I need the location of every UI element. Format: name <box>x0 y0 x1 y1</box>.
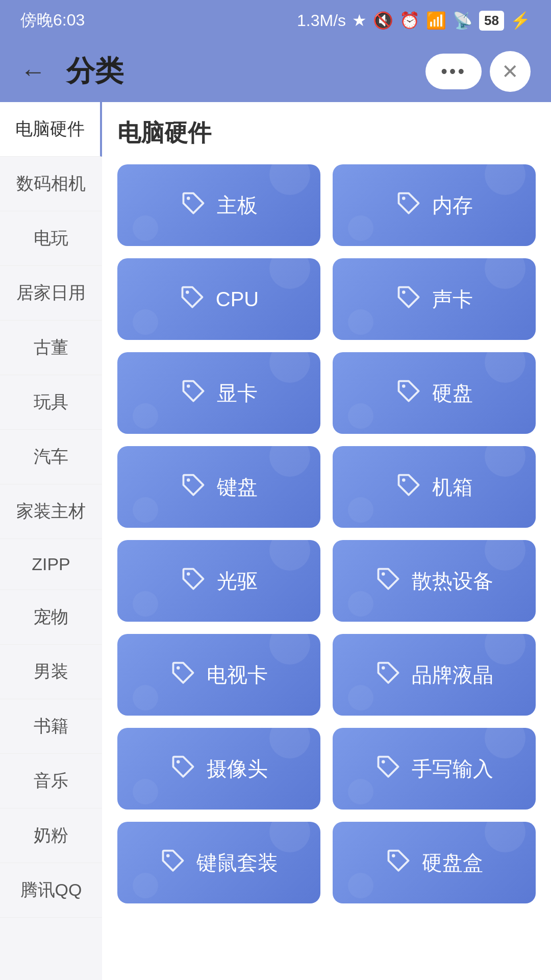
close-button[interactable]: ✕ <box>490 51 531 92</box>
category-button-ram[interactable]: 内存 <box>333 164 536 246</box>
svg-point-0 <box>187 197 190 200</box>
content-area: 电脑硬件 主板 内存 CPU 声卡 <box>102 102 551 980</box>
category-label: 内存 <box>432 191 473 219</box>
category-label: 主板 <box>217 191 258 219</box>
category-button-hdd[interactable]: 硬盘 <box>333 352 536 434</box>
category-button-case[interactable]: 机箱 <box>333 446 536 528</box>
tag-icon <box>170 658 196 691</box>
tag-icon <box>375 565 402 597</box>
category-button-hddbox[interactable]: 硬盘盒 <box>333 822 536 903</box>
tag-icon <box>395 471 422 503</box>
category-label: 键盘 <box>217 473 258 501</box>
tag-icon <box>375 752 402 785</box>
tag-icon <box>180 471 207 503</box>
status-time: 傍晚6:03 <box>20 9 85 32</box>
category-label: 硬盘 <box>432 379 473 407</box>
sidebar-item-books[interactable]: 书籍 <box>0 699 102 754</box>
sidebar-item-milk[interactable]: 奶粉 <box>0 808 102 863</box>
category-button-optical[interactable]: 光驱 <box>117 540 320 622</box>
tag-icon <box>395 377 422 409</box>
network-speed: 1.3M/s <box>297 11 346 30</box>
tag-icon <box>170 752 196 785</box>
bluetooth-icon: ★ <box>352 11 367 30</box>
menu-button[interactable]: ••• <box>425 54 482 89</box>
wifi-icon: 📡 <box>453 11 473 30</box>
category-label: 键鼠套装 <box>196 849 278 877</box>
sidebar-item-tencent[interactable]: 腾讯QQ <box>0 863 102 918</box>
category-button-cooling[interactable]: 散热设备 <box>333 540 536 622</box>
category-label: 显卡 <box>217 379 258 407</box>
status-right: 1.3M/s ★ 🔇 ⏰ 📶 📡 58 ⚡ <box>297 11 531 31</box>
category-button-tvcard[interactable]: 电视卡 <box>117 634 320 716</box>
sidebar-item-camera[interactable]: 数码相机 <box>0 157 102 211</box>
category-label: 手写输入 <box>412 755 493 783</box>
category-button-soundcard[interactable]: 声卡 <box>333 258 536 340</box>
tag-icon <box>375 658 402 691</box>
svg-point-9 <box>382 572 385 576</box>
header-actions: ••• ✕ <box>425 51 531 92</box>
category-label: 散热设备 <box>412 567 493 595</box>
svg-point-1 <box>402 197 406 200</box>
tag-icon <box>180 189 207 222</box>
tag-icon <box>180 565 207 597</box>
tag-icon <box>179 283 206 315</box>
category-button-handwrite[interactable]: 手写输入 <box>333 728 536 810</box>
sidebar-item-music[interactable]: 音乐 <box>0 754 102 808</box>
category-label: 光驱 <box>217 567 258 595</box>
tag-icon <box>395 283 422 315</box>
category-button-lcd[interactable]: 品牌液晶 <box>333 634 536 716</box>
back-button[interactable]: ← <box>20 57 46 86</box>
tag-icon <box>395 189 422 222</box>
svg-point-2 <box>186 290 189 294</box>
svg-point-13 <box>382 760 385 764</box>
sidebar-item-gaming[interactable]: 电玩 <box>0 211 102 266</box>
tag-icon <box>180 377 207 409</box>
svg-point-15 <box>392 854 395 857</box>
sidebar-item-toys[interactable]: 玩具 <box>0 375 102 430</box>
svg-point-8 <box>187 572 190 576</box>
battery-indicator: 58 <box>479 11 504 31</box>
svg-point-14 <box>166 854 170 857</box>
category-button-motherboard[interactable]: 主板 <box>117 164 320 246</box>
status-bar: 傍晚6:03 1.3M/s ★ 🔇 ⏰ 📶 📡 58 ⚡ <box>0 0 551 41</box>
svg-point-6 <box>187 478 190 482</box>
page-title: 分类 <box>66 52 405 91</box>
category-button-keyboard[interactable]: 键盘 <box>117 446 320 528</box>
content-title: 电脑硬件 <box>117 117 536 149</box>
header: ← 分类 ••• ✕ <box>0 41 551 102</box>
svg-point-3 <box>402 290 406 294</box>
sidebar: 电脑硬件数码相机电玩居家日用古董玩具汽车家装主材ZIPP宠物男装书籍音乐奶粉腾讯… <box>0 102 102 980</box>
category-label: CPU <box>216 288 259 311</box>
sidebar-item-zipp[interactable]: ZIPP <box>0 539 102 590</box>
category-label: 摄像头 <box>207 755 268 783</box>
tag-icon <box>385 846 412 879</box>
svg-point-7 <box>402 478 406 482</box>
sidebar-item-home[interactable]: 居家日用 <box>0 266 102 321</box>
category-button-gpu[interactable]: 显卡 <box>117 352 320 434</box>
category-grid: 主板 内存 CPU 声卡 显卡 <box>117 164 536 903</box>
category-button-cpu[interactable]: CPU <box>117 258 320 340</box>
category-label: 声卡 <box>432 285 473 313</box>
svg-point-5 <box>402 384 406 388</box>
mute-icon: 🔇 <box>373 11 393 30</box>
svg-point-4 <box>187 384 190 388</box>
sidebar-item-pc-hardware[interactable]: 电脑硬件 <box>0 102 102 157</box>
sidebar-item-pet[interactable]: 宠物 <box>0 590 102 645</box>
alarm-icon: ⏰ <box>399 11 420 30</box>
category-button-kbmouse[interactable]: 键鼠套装 <box>117 822 320 903</box>
svg-point-11 <box>382 666 385 670</box>
signal-icon: 📶 <box>426 11 446 30</box>
charging-icon: ⚡ <box>510 11 531 30</box>
svg-point-10 <box>177 666 180 670</box>
tag-icon <box>160 846 186 879</box>
sidebar-item-car[interactable]: 汽车 <box>0 430 102 484</box>
sidebar-item-antique[interactable]: 古董 <box>0 321 102 375</box>
svg-point-12 <box>177 760 180 764</box>
category-label: 品牌液晶 <box>412 661 493 689</box>
sidebar-item-decoration[interactable]: 家装主材 <box>0 484 102 539</box>
category-button-camera[interactable]: 摄像头 <box>117 728 320 810</box>
category-label: 电视卡 <box>207 661 268 689</box>
category-label: 硬盘盒 <box>422 849 483 877</box>
sidebar-item-menswear[interactable]: 男装 <box>0 645 102 699</box>
main-layout: 电脑硬件数码相机电玩居家日用古董玩具汽车家装主材ZIPP宠物男装书籍音乐奶粉腾讯… <box>0 102 551 980</box>
